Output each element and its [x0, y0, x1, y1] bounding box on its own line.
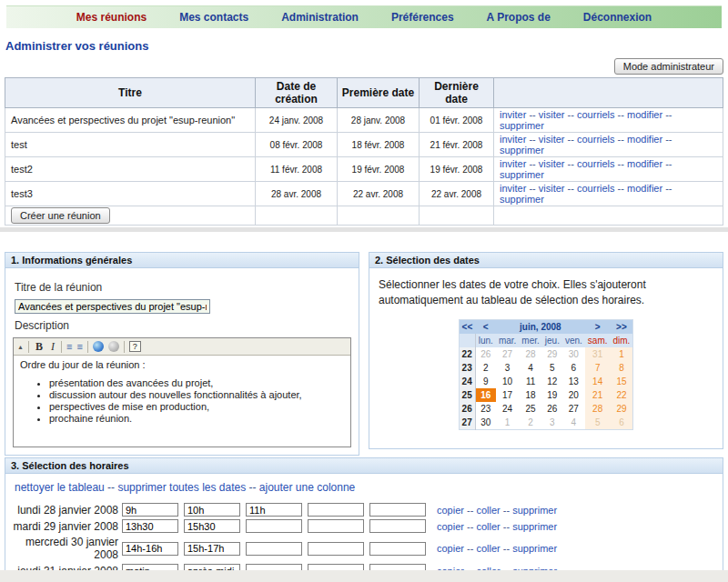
supprimer-link[interactable]: supprimer: [512, 521, 557, 532]
calendar-next-month-button[interactable]: >: [585, 319, 611, 334]
courriels-link[interactable]: courriels: [577, 158, 615, 169]
description-editor-area[interactable]: Ordre du jour de la réunion : présentati…: [14, 356, 350, 447]
time-slot-input[interactable]: [308, 519, 364, 533]
admin-mode-button[interactable]: Mode administrateur: [614, 58, 723, 75]
time-slot-input[interactable]: [122, 503, 178, 517]
calendar-day-22[interactable]: 22: [611, 388, 633, 402]
visiter-link[interactable]: visiter: [539, 109, 565, 120]
modifier-link[interactable]: modifier: [627, 158, 662, 169]
inviter-link[interactable]: inviter: [500, 109, 526, 120]
time-slot-input[interactable]: [122, 519, 178, 533]
courriels-link[interactable]: courriels: [577, 109, 615, 120]
calendar-day-6[interactable]: 6: [611, 416, 633, 430]
calendar-day-3[interactable]: 3: [542, 416, 562, 430]
modifier-link[interactable]: modifier: [627, 109, 662, 120]
calendar-day-26[interactable]: 26: [542, 402, 562, 416]
calendar-day-28[interactable]: 28: [519, 347, 541, 361]
calendar-day-9[interactable]: 9: [475, 375, 496, 388]
time-slot-input[interactable]: [369, 542, 426, 556]
nav-mes-contacts[interactable]: Mes contacts: [179, 11, 248, 24]
nav-administration[interactable]: Administration: [281, 11, 359, 24]
supprimer-link[interactable]: supprimer: [512, 543, 557, 554]
calendar-day-13[interactable]: 13: [562, 375, 585, 388]
calendar-day-1[interactable]: 1: [496, 416, 519, 430]
calendar-day-24[interactable]: 24: [496, 402, 519, 416]
create-meeting-button[interactable]: Créer une réunion: [11, 207, 110, 224]
calendar-day-2[interactable]: 2: [475, 361, 496, 375]
nav-mes-reunions[interactable]: Mes réunions: [76, 11, 147, 24]
time-slot-input[interactable]: [184, 542, 240, 556]
toolbar-collapse-icon[interactable]: ▲: [17, 344, 24, 350]
supprimer-link[interactable]: supprimer: [500, 145, 544, 156]
calendar-day-19[interactable]: 19: [542, 388, 562, 402]
nav-a-propos-de[interactable]: A Propos de: [487, 11, 551, 24]
visiter-link[interactable]: visiter: [539, 158, 565, 169]
time-slot-input[interactable]: [246, 542, 302, 556]
calendar-day-20[interactable]: 20: [562, 388, 585, 402]
calendar-day-27[interactable]: 27: [562, 402, 585, 416]
inviter-link[interactable]: inviter: [500, 134, 526, 145]
time-slot-input[interactable]: [246, 503, 302, 517]
calendar-day-10[interactable]: 10: [496, 375, 519, 388]
calendar-day-14[interactable]: 14: [585, 375, 611, 388]
time-slot-input[interactable]: [184, 519, 240, 533]
supprimer-link[interactable]: supprimer: [500, 169, 544, 180]
coller-link[interactable]: coller: [476, 521, 500, 532]
calendar-day-21[interactable]: 21: [585, 388, 611, 402]
calendar-day-28[interactable]: 28: [585, 402, 611, 416]
copier-link[interactable]: copier: [437, 543, 464, 554]
calendar-day-18[interactable]: 18: [519, 388, 541, 402]
courriels-link[interactable]: courriels: [577, 134, 615, 145]
calendar-day-17[interactable]: 17: [496, 388, 519, 402]
time-slot-input[interactable]: [122, 542, 178, 556]
calendar-prev-month-button[interactable]: <: [475, 319, 496, 334]
calendar-day-27[interactable]: 27: [496, 347, 519, 361]
time-slot-input[interactable]: [308, 503, 364, 517]
modifier-link[interactable]: modifier: [627, 134, 662, 145]
calendar-day-6[interactable]: 6: [562, 361, 585, 375]
italic-button[interactable]: I: [49, 341, 56, 352]
visiter-link[interactable]: visiter: [539, 183, 565, 194]
inviter-link[interactable]: inviter: [500, 183, 526, 194]
nav-preferences[interactable]: Préférences: [391, 11, 454, 24]
copier-link[interactable]: copier: [437, 521, 464, 532]
calendar-day-16[interactable]: 16: [475, 388, 496, 402]
calendar-day-26[interactable]: 26: [475, 347, 496, 361]
ordered-list-icon[interactable]: ≡: [66, 341, 72, 352]
calendar-day-5[interactable]: 5: [542, 361, 562, 375]
supprimer-toutes-les-dates-link[interactable]: supprimer toutes les dates: [117, 481, 246, 494]
calendar-day-12[interactable]: 12: [542, 375, 562, 388]
calendar-next-year-button[interactable]: >>: [611, 319, 633, 334]
supprimer-link[interactable]: supprimer: [500, 194, 544, 205]
calendar-day-30[interactable]: 30: [562, 347, 585, 361]
calendar-day-4[interactable]: 4: [519, 361, 541, 375]
time-slot-input[interactable]: [246, 519, 302, 533]
nav-deconnexion[interactable]: Déconnexion: [583, 11, 652, 24]
bullet-list-icon[interactable]: ≡: [76, 341, 82, 352]
supprimer-link[interactable]: supprimer: [500, 120, 544, 131]
copier-link[interactable]: copier: [437, 505, 464, 516]
calendar-day-8[interactable]: 8: [611, 361, 633, 375]
time-slot-input[interactable]: [308, 542, 364, 556]
calendar-day-2[interactable]: 2: [519, 416, 541, 430]
inviter-link[interactable]: inviter: [500, 158, 526, 169]
meeting-title-input[interactable]: [15, 299, 210, 314]
calendar-day-23[interactable]: 23: [475, 402, 496, 416]
nettoyer-le-tableau-link[interactable]: nettoyer le tableau: [15, 481, 105, 494]
insert-link-icon[interactable]: [93, 341, 104, 352]
calendar-day-7[interactable]: 7: [585, 361, 611, 375]
calendar-prev-year-button[interactable]: <<: [459, 319, 475, 334]
calendar-day-5[interactable]: 5: [585, 416, 611, 430]
calendar-day-25[interactable]: 25: [519, 402, 541, 416]
calendar-day-3[interactable]: 3: [496, 361, 519, 375]
calendar-day-31[interactable]: 31: [585, 347, 611, 361]
coller-link[interactable]: coller: [476, 505, 500, 516]
calendar-day-1[interactable]: 1: [611, 347, 633, 361]
calendar-day-29[interactable]: 29: [611, 402, 633, 416]
calendar-day-15[interactable]: 15: [611, 375, 633, 388]
calendar-day-11[interactable]: 11: [519, 375, 541, 388]
modifier-link[interactable]: modifier: [627, 183, 662, 194]
time-slot-input[interactable]: [369, 503, 426, 517]
visiter-link[interactable]: visiter: [539, 134, 565, 145]
bold-button[interactable]: B: [34, 341, 45, 352]
